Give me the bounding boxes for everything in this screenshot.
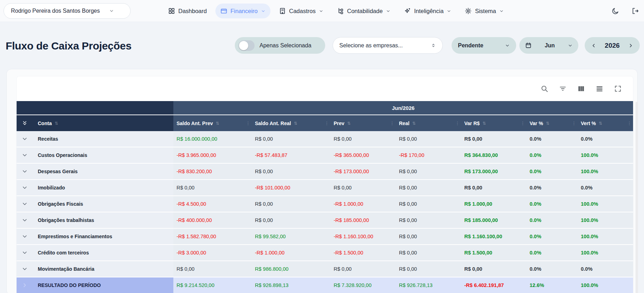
nav-item-cadastros[interactable]: Cadastros — [274, 4, 328, 18]
column-menu-icon[interactable]: ⋮ — [455, 121, 460, 126]
expand-row-button[interactable] — [22, 233, 28, 240]
cell-real: R$ 0,00 — [396, 212, 461, 228]
cell-saldo-ant-real: -R$ 1.000,00 — [252, 245, 330, 260]
cell-real: R$ 0,00 — [396, 229, 461, 244]
dark-mode-toggle[interactable] — [612, 7, 619, 15]
chevron-down-icon — [22, 201, 28, 207]
chevron-down-icon — [22, 250, 28, 256]
chevron-down-icon — [22, 168, 28, 175]
density-icon — [596, 85, 603, 93]
header-cell-saldo-ant-prev[interactable]: Saldo Ant. Prev⇅⋮ — [173, 115, 252, 131]
cell-real: R$ 0,00 — [396, 180, 461, 195]
value-cells: R$ 9.214.520,00R$ 926.898,13R$ 7.328.920… — [173, 277, 633, 293]
account-cell: Despesas Gerais — [17, 164, 173, 179]
expand-row-button[interactable] — [22, 201, 28, 207]
header-cell-vert-pct[interactable]: Vert %⇅⋮ — [578, 115, 633, 131]
cell-saldo-ant-prev: -R$ 1.582.780,00 — [173, 229, 252, 244]
header-cell-var-rs[interactable]: Var R$⇅⋮ — [461, 115, 526, 131]
logout-button[interactable] — [631, 7, 639, 15]
expand-row-button[interactable] — [22, 266, 28, 272]
account-name: Custos Operacionais — [38, 152, 87, 158]
density-button[interactable] — [596, 85, 603, 93]
cell-saldo-ant-real: R$ 0,00 — [252, 131, 330, 147]
month-select[interactable]: Jun — [519, 37, 578, 54]
account-name: Despesas Gerais — [38, 169, 78, 174]
column-menu-icon[interactable]: ⋮ — [246, 121, 250, 126]
column-menu-icon[interactable]: ⋮ — [390, 121, 394, 126]
unfold-icon — [431, 43, 436, 48]
nav-item-financeiro[interactable]: Financeiro — [215, 4, 270, 18]
building-icon — [279, 7, 286, 14]
cell-var-: 12.6% — [526, 277, 578, 293]
cell-var-r-: -R$ 6.402.191,87 — [461, 277, 526, 293]
header-cell-saldo-ant-real[interactable]: Saldo Ant. Real⇅⋮ — [252, 115, 330, 131]
user-selector-label: Rodrigo Pereira dos Santos Borges — [11, 8, 100, 14]
expand-row-button[interactable] — [22, 184, 28, 191]
account-cell: Receitas — [17, 131, 173, 147]
nav-item-inteligencia[interactable]: Inteligência — [399, 4, 456, 18]
chevron-down-icon — [499, 9, 504, 13]
next-year-button[interactable] — [626, 41, 635, 50]
cashflow-card: Jun/2026 Conta ⇅ Saldo Ant. Prev⇅⋮ Saldo… — [6, 69, 638, 293]
filter-icon — [559, 85, 567, 93]
vertical-scrollbar[interactable] — [636, 102, 638, 293]
column-menu-icon[interactable]: ⋮ — [520, 121, 525, 126]
value-cells: -R$ 4.500,00R$ 0,00-R$ 1.000,00R$ 0,00R$… — [173, 196, 633, 212]
cell-saldo-ant-prev: -R$ 830.200,00 — [173, 164, 252, 179]
table-row: Emprestimos e Financiamentos -R$ 1.582.7… — [17, 229, 633, 245]
cell-vert-: 0.0% — [578, 180, 633, 195]
companies-select[interactable]: Selecione as empresas... — [333, 37, 443, 54]
expand-row-button[interactable] — [22, 282, 28, 288]
header-cell-prev[interactable]: Prev⇅⋮ — [330, 115, 396, 131]
column-menu-icon[interactable]: ⋮ — [324, 121, 329, 126]
cell-real: R$ 926.728,13 — [396, 277, 461, 293]
cell-saldo-ant-prev: -R$ 4.500,00 — [173, 196, 252, 212]
chevron-down-icon — [109, 8, 114, 13]
expand-row-button[interactable] — [22, 217, 28, 223]
cell-vert-: 100.0% — [578, 164, 633, 179]
account-name: Movimentação Bancária — [38, 266, 94, 272]
fullscreen-button[interactable] — [614, 85, 622, 93]
account-name: Obrigações trabalhistas — [38, 217, 94, 223]
value-cells: R$ 0,00-R$ 101.000,00R$ 0,00R$ 0,00R$ 0,… — [173, 180, 633, 195]
expand-row-button[interactable] — [22, 152, 28, 158]
chevron-down-icon — [22, 266, 28, 272]
column-menu-icon[interactable]: ⋮ — [627, 121, 632, 126]
cell-prev: R$ 0,00 — [330, 131, 396, 147]
nav-item-contabilidade[interactable]: Contabilidade — [332, 4, 395, 18]
expand-row-button[interactable] — [22, 168, 28, 175]
chevron-down-icon — [261, 9, 266, 13]
header-cell-var-pct[interactable]: Var %⇅⋮ — [526, 115, 578, 131]
filter-button[interactable] — [559, 85, 567, 93]
cell-vert-: 100.0% — [578, 277, 633, 293]
only-selected-switch[interactable] — [238, 40, 255, 51]
user-selector[interactable]: Rodrigo Pereira dos Santos Borges — [4, 3, 131, 19]
account-name: Imobilizado — [38, 185, 65, 191]
cell-saldo-ant-real: R$ 986.800,00 — [252, 261, 330, 277]
nav-item-sistema[interactable]: Sistema — [460, 4, 509, 18]
header-cell-real[interactable]: Real⇅⋮ — [396, 115, 461, 131]
table-body: Receitas R$ 16.000.000,00R$ 0,00R$ 0,00R… — [17, 131, 633, 293]
cell-prev: R$ 7.328.920,00 — [330, 277, 396, 293]
columns-button[interactable] — [577, 85, 585, 93]
expand-row-button[interactable] — [22, 136, 28, 142]
expand-row-button[interactable] — [22, 250, 28, 256]
status-select[interactable]: Pendente — [452, 37, 516, 54]
status-value: Pendente — [458, 42, 483, 49]
nav-item-dashboard[interactable]: Dashboard — [163, 4, 212, 18]
cell-var-r-: R$ 173.000,00 — [461, 164, 526, 179]
cell-var-r-: R$ 1.160.100,00 — [461, 229, 526, 244]
header-cell-conta[interactable]: Conta ⇅ — [17, 115, 173, 131]
cell-vert-: 100.0% — [578, 245, 633, 260]
previous-year-button[interactable] — [590, 41, 598, 50]
sort-icon: ⇅ — [347, 121, 351, 126]
column-menu-icon[interactable]: ⋮ — [572, 121, 576, 126]
search-button[interactable] — [541, 85, 548, 93]
cashflow-table-panel: Jun/2026 Conta ⇅ Saldo Ant. Prev⇅⋮ Saldo… — [17, 76, 633, 293]
expand-all-button[interactable] — [22, 120, 28, 127]
gear-icon — [465, 7, 472, 14]
cell-var-r-: R$ 1.500,00 — [461, 245, 526, 260]
cell-var-: 0.0% — [526, 164, 578, 179]
account-cell: Obrigações trabalhistas — [17, 212, 173, 228]
page-title: Fluxo de Caixa Projeções — [6, 37, 131, 54]
